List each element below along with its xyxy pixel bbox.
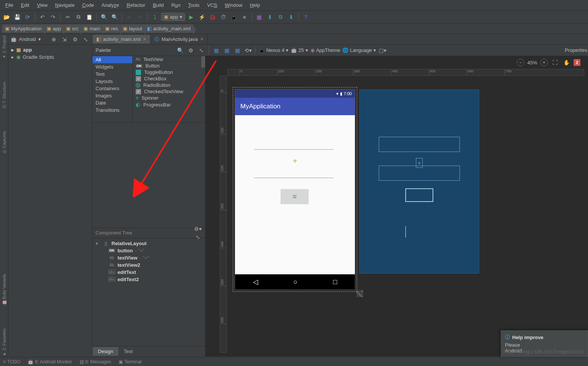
- cat-containers[interactable]: Containers: [93, 85, 132, 92]
- menu-code[interactable]: Code: [79, 1, 97, 9]
- stop-icon[interactable]: ■: [240, 13, 249, 21]
- menu-tools[interactable]: Tools: [185, 1, 202, 9]
- variants-icon[interactable]: ▢▾: [378, 46, 387, 55]
- nav-home-icon[interactable]: ○: [293, 278, 298, 286]
- collapse-icon[interactable]: ⇲: [60, 35, 69, 44]
- preview-button-equals[interactable]: =: [281, 189, 309, 204]
- properties-toggle[interactable]: Properties: [565, 47, 587, 53]
- bottom-terminal[interactable]: ▣ Terminal: [119, 359, 141, 364]
- item-togglebutton[interactable]: ToggleButton: [133, 69, 205, 75]
- item-radiobutton[interactable]: RadioButton: [133, 82, 205, 88]
- fit-icon[interactable]: ⛶: [551, 58, 559, 67]
- menu-window[interactable]: Window: [222, 1, 245, 9]
- preview-textview-plus[interactable]: +: [235, 157, 355, 166]
- design-canvas[interactable]: − 45% + ⛶ ✋ 2 0 100 200 300 400 500 6: [205, 56, 588, 357]
- api-selector[interactable]: 🤖25 ▾: [291, 47, 308, 53]
- blueprint-preview[interactable]: +: [359, 89, 479, 274]
- gear-icon[interactable]: ⚙: [187, 46, 195, 55]
- dock-icon[interactable]: ⤡: [197, 46, 205, 55]
- ct-textview[interactable]: Ab textView - "+": [94, 254, 204, 261]
- run-icon[interactable]: ▶: [187, 13, 196, 21]
- tab-text[interactable]: Text: [118, 347, 138, 356]
- language-selector[interactable]: 🌐Language ▾: [342, 47, 376, 53]
- theme-selector[interactable]: ◉AppTheme: [310, 47, 340, 53]
- item-checkedtextview[interactable]: ✓CheckedTextView: [133, 88, 205, 95]
- menu-vcs[interactable]: VCS: [204, 1, 220, 9]
- tab-mainactivity[interactable]: Ⓒ MainActivity.java ✕: [151, 34, 208, 44]
- search-icon[interactable]: 🔍: [176, 46, 184, 55]
- bp-edittext2[interactable]: [379, 166, 460, 181]
- blueprint-view-icon[interactable]: ▦: [223, 46, 231, 55]
- back-icon[interactable]: ←: [125, 13, 133, 21]
- pan-icon[interactable]: ✋: [562, 58, 571, 67]
- cat-layouts[interactable]: Layouts: [93, 78, 132, 85]
- tool-captures[interactable]: ◎ Captures: [2, 131, 6, 154]
- item-button[interactable]: OKButton: [133, 63, 205, 69]
- nav-recent-icon[interactable]: □: [333, 278, 337, 286]
- help-icon[interactable]: ?: [302, 13, 310, 21]
- sync-icon[interactable]: ⟳: [24, 13, 32, 21]
- avd-icon[interactable]: ▦: [255, 13, 263, 21]
- item-progressbar[interactable]: ◐ProgressBar: [133, 101, 205, 108]
- bp-edittext1[interactable]: [379, 137, 460, 152]
- tree-gradle[interactable]: ▸ ◉ Gradle Scripts: [11, 53, 90, 61]
- android-icon[interactable]: ⬇: [287, 13, 295, 21]
- menu-view[interactable]: View: [34, 1, 50, 9]
- item-textview[interactable]: AbTextView: [133, 56, 205, 63]
- run-config-selector[interactable]: ▣ app ▾: [161, 13, 185, 21]
- copy-icon[interactable]: ⧉: [74, 13, 83, 21]
- apply-changes-icon[interactable]: ⚡: [198, 13, 206, 21]
- item-spinner[interactable]: ≡Spinner: [133, 95, 205, 101]
- ct-edittext2[interactable]: abc editText2: [94, 276, 204, 283]
- device-selector[interactable]: 📱Nexus 4 ▾: [259, 47, 289, 53]
- sdk-icon[interactable]: ⬇: [266, 13, 274, 21]
- cat-images[interactable]: Images: [93, 92, 132, 99]
- bottom-todo[interactable]: ≡ TODO: [3, 359, 20, 364]
- ct-edittext[interactable]: abc editText: [94, 269, 204, 276]
- make-icon[interactable]: ⤵: [151, 13, 159, 21]
- zoom-in-icon[interactable]: +: [540, 59, 548, 66]
- attach-icon[interactable]: 📱: [230, 13, 238, 21]
- tab-activity-main[interactable]: ◧ activity_main.xml ✕: [93, 35, 151, 44]
- palette-scrollbar[interactable]: [201, 56, 205, 122]
- menu-analyze[interactable]: Analyze: [99, 1, 122, 9]
- menu-edit[interactable]: Edit: [18, 1, 32, 9]
- tab-design[interactable]: Design: [93, 347, 118, 356]
- cat-transitions[interactable]: Transitions: [93, 106, 132, 114]
- menu-help[interactable]: Help: [247, 1, 263, 9]
- bp-button-equals[interactable]: [405, 188, 433, 202]
- project-view-mode[interactable]: Android: [19, 36, 36, 42]
- nav-back-icon[interactable]: ◁: [253, 278, 258, 286]
- gear-icon[interactable]: ⚙: [71, 35, 79, 44]
- preview-edittext2[interactable]: [254, 178, 334, 178]
- hide-icon[interactable]: ⤡: [82, 35, 90, 44]
- save-icon[interactable]: 💾: [13, 13, 21, 21]
- bottom-messages[interactable]: ▤ 0: Messages: [80, 359, 111, 364]
- crumb-project[interactable]: ▣MyApplication: [2, 25, 44, 33]
- cat-widgets[interactable]: Widgets: [93, 63, 132, 70]
- target-icon[interactable]: ⊕: [50, 35, 58, 44]
- crumb-main[interactable]: ▣main: [81, 25, 103, 33]
- close-icon[interactable]: ✕: [200, 37, 204, 42]
- dropdown-icon[interactable]: ▾: [38, 36, 41, 42]
- item-checkbox[interactable]: ✓CheckBox: [133, 75, 205, 82]
- gear-icon[interactable]: ⚙▾: [194, 225, 202, 233]
- tool-favorites[interactable]: ★ 2: Favorites: [2, 328, 6, 357]
- crumb-file[interactable]: ◧activity_main.xml: [144, 25, 193, 33]
- find-icon[interactable]: 🔍: [100, 13, 108, 21]
- menu-file[interactable]: File: [2, 1, 16, 9]
- cat-date[interactable]: Date: [93, 99, 132, 106]
- preview-edittext1[interactable]: [254, 149, 334, 150]
- crumb-layout[interactable]: ▣layout: [120, 25, 145, 33]
- redo-icon[interactable]: ↷: [49, 13, 57, 21]
- open-icon[interactable]: 📂: [2, 13, 11, 21]
- forward-icon[interactable]: →: [136, 13, 144, 21]
- device-preview[interactable]: ▾ ▮ 7:00 MyApplication + =: [235, 89, 355, 289]
- paste-icon[interactable]: 📋: [85, 13, 93, 21]
- replace-icon[interactable]: 🔍: [110, 13, 119, 21]
- tool-project[interactable]: ● 1: Project: [2, 36, 6, 59]
- resize-handle-icon[interactable]: [356, 290, 363, 297]
- cat-all[interactable]: All: [93, 56, 132, 63]
- layout-inspector-icon[interactable]: ⧉: [276, 13, 285, 21]
- profile-icon[interactable]: ⏱: [219, 13, 227, 21]
